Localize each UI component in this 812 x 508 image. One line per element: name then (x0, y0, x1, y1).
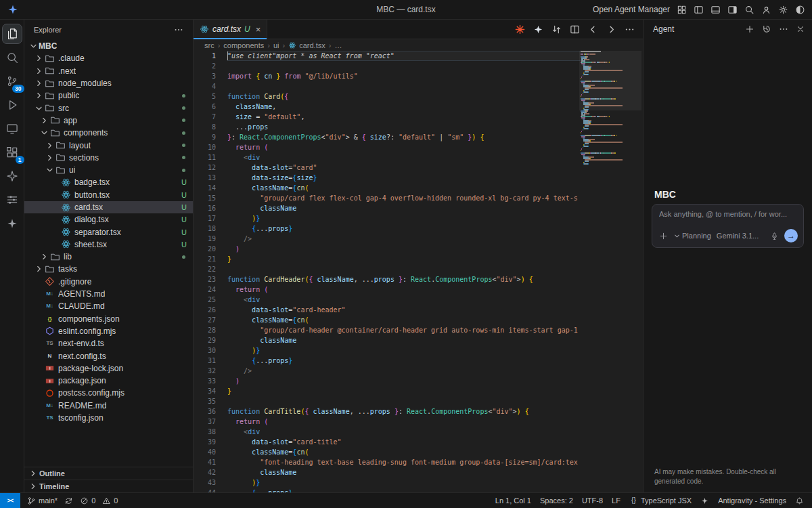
tree-item-lib[interactable]: lib (24, 251, 193, 263)
code-line[interactable]: return ( (227, 284, 581, 295)
activity-agent-sparkle-icon[interactable] (2, 166, 22, 186)
tree-item-app[interactable]: app (24, 114, 193, 127)
code-line[interactable]: <div (227, 152, 581, 163)
tree-item-sections[interactable]: sections (24, 152, 193, 164)
outline-section[interactable]: Outline (24, 467, 193, 480)
code-line[interactable]: data-slot="card-header" (227, 305, 581, 315)
agent-close-icon[interactable] (796, 24, 805, 34)
activity-extensions-icon[interactable]: 1 (2, 142, 22, 163)
split-editor-icon[interactable] (570, 24, 580, 35)
explorer-more-actions-icon[interactable] (174, 25, 183, 35)
tree-item-eslint.config.mjs[interactable]: eslint.config.mjs (24, 325, 193, 337)
tree-item-ui[interactable]: ui (24, 164, 193, 176)
code-line[interactable]: } (227, 254, 581, 264)
open-changes-icon[interactable] (551, 24, 562, 35)
agent-history-icon[interactable] (762, 24, 771, 34)
tree-item-postcss.config.mjs[interactable]: postcss.config.mjs (24, 387, 193, 399)
eol[interactable]: LF (612, 496, 621, 505)
sparkle-bright-icon[interactable] (533, 24, 543, 35)
code-line[interactable]: return ( (227, 142, 581, 152)
tree-item-tasks[interactable]: tasks (24, 263, 193, 275)
tree-item-tsconfig.json[interactable]: TStsconfig.json (24, 412, 193, 424)
activity-run-debug-icon[interactable] (2, 95, 22, 115)
agent-more-icon[interactable] (779, 24, 788, 34)
sync-status[interactable] (64, 496, 73, 505)
code-line[interactable]: return ( (227, 417, 581, 427)
code-line[interactable]: "group/card-header @container/card-heade… (227, 325, 581, 335)
code-line[interactable]: size = "default", (227, 112, 581, 122)
activity-search-icon[interactable] (2, 47, 22, 68)
tree-item-button.tsx[interactable]: button.tsxU (24, 189, 193, 201)
layout-panel-bottom-icon[interactable] (710, 5, 721, 15)
minimap-viewport[interactable] (579, 51, 641, 110)
code-line[interactable]: <div (227, 295, 581, 305)
code-line[interactable] (227, 81, 581, 91)
tree-item-separator.tsx[interactable]: separator.tsxU (24, 226, 193, 238)
remote-indicator[interactable]: >< (0, 493, 20, 508)
code-line[interactable] (227, 396, 581, 406)
app-settings[interactable]: Antigravity - Settings (718, 496, 786, 505)
code-line[interactable]: function Card({ (227, 91, 581, 102)
mode-selector[interactable]: Planning (673, 232, 711, 240)
indentation[interactable]: Spaces: 2 (540, 496, 573, 505)
tree-item-MBC[interactable]: MBC (24, 40, 193, 52)
tree-item-next-env.d.ts[interactable]: TSnext-env.d.ts (24, 337, 193, 350)
code-line[interactable]: data-slot="card" (227, 163, 581, 173)
model-selector[interactable]: Gemini 3.1... (717, 232, 759, 240)
agent-chat-input[interactable]: Ask anything, @ to mention, / for wor...… (652, 204, 804, 248)
code-line[interactable] (227, 264, 581, 274)
code-line[interactable]: }: React.ComponentProps<"div"> & { size?… (227, 132, 581, 142)
tree-item-package.json[interactable]: package.json (24, 375, 193, 387)
code-line[interactable]: function CardTitle({ className, ...props… (227, 406, 581, 417)
cursor-position[interactable]: Ln 1, Col 1 (495, 496, 531, 505)
gemini-spark-icon[interactable] (515, 24, 525, 35)
tree-item-package-lock.json[interactable]: package-lock.json (24, 362, 193, 375)
search-small-icon[interactable] (744, 5, 754, 15)
code-line[interactable]: ) (227, 244, 581, 254)
code-line[interactable]: /> (227, 366, 581, 376)
profile-avatar-icon[interactable] (795, 5, 805, 15)
code-line[interactable] (227, 61, 581, 71)
activity-assistant-icon[interactable] (2, 213, 22, 234)
mic-icon[interactable] (770, 232, 779, 240)
code-line[interactable]: import { cn } from "@/lib/utils" (227, 71, 581, 81)
code-line[interactable]: )} (227, 478, 581, 488)
tree-item-src[interactable]: src (24, 102, 193, 114)
tab-close-icon[interactable]: × (256, 25, 261, 34)
code-line[interactable]: className (227, 203, 581, 213)
activity-preview-icon[interactable] (2, 119, 22, 139)
branch-status[interactable]: main* (27, 496, 58, 505)
code-line[interactable]: className (227, 467, 581, 478)
breadcrumb-item[interactable]: card.tsx (288, 41, 325, 49)
code-line[interactable]: )} (227, 345, 581, 356)
tree-item-next.config.ts[interactable]: Nnext.config.ts (24, 350, 193, 362)
tree-item-card.tsx[interactable]: card.tsxU (24, 201, 193, 213)
code-line[interactable]: "font-heading text-base leading-snug fon… (227, 457, 581, 467)
tree-item-sheet.tsx[interactable]: sheet.tsxU (24, 238, 193, 251)
attach-plus-icon[interactable] (659, 232, 668, 240)
code-line[interactable]: className={cn( (227, 315, 581, 325)
go-forward-icon[interactable] (606, 24, 616, 35)
code-line[interactable]: {...props} (227, 488, 581, 492)
tree-item-dialog.tsx[interactable]: dialog.tsxU (24, 213, 193, 226)
encoding[interactable]: UTF-8 (582, 496, 603, 505)
tree-item-node_modules[interactable]: node_modules (24, 77, 193, 89)
tree-item-.claude[interactable]: .claude (24, 52, 193, 64)
tree-item-.gitignore[interactable]: .gitignore (24, 276, 193, 288)
tree-item-public[interactable]: public (24, 89, 193, 102)
tab-card-tsx[interactable]: card.tsx U × (194, 20, 267, 39)
code-line[interactable]: function CardHeader({ className, ...prop… (227, 274, 581, 284)
code-line[interactable]: {...props} (227, 356, 581, 366)
layout-sidebar-right-icon[interactable] (727, 5, 738, 15)
account-icon[interactable] (761, 5, 771, 15)
tree-item-components[interactable]: components (24, 127, 193, 139)
code-editor[interactable]: 1234567891011121314151617181920212223242… (194, 51, 643, 492)
tree-item-components.json[interactable]: {}components.json (24, 313, 193, 325)
code-line[interactable]: )} (227, 213, 581, 224)
code-line[interactable]: className={cn( (227, 447, 581, 457)
breadcrumb-item[interactable]: src (204, 41, 215, 49)
breadcrumb-item[interactable]: … (334, 41, 342, 49)
agent-plus-icon[interactable] (745, 24, 754, 34)
code-line[interactable]: "use client"mport * as React from "react… (227, 51, 581, 61)
activity-explorer-icon[interactable] (2, 24, 22, 44)
